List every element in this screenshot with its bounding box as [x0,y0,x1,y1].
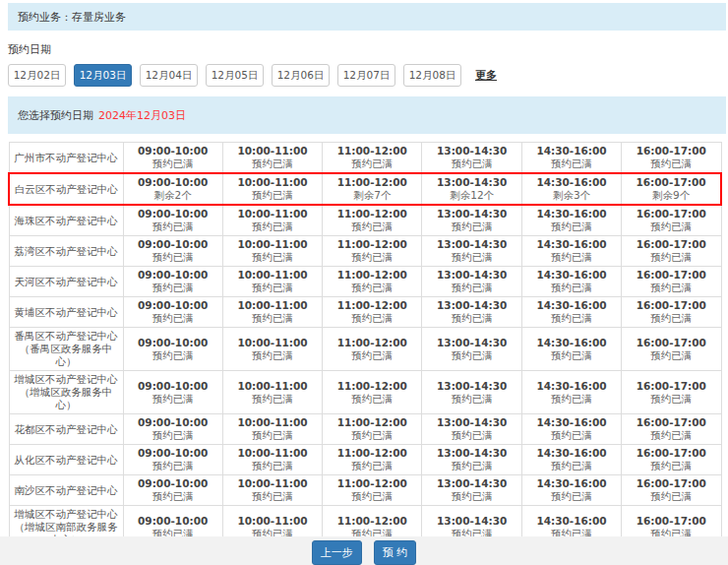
slot-cell-full: 09:00-10:00预约已满 [123,236,222,267]
slot-status-label: 预约已满 [326,460,418,472]
slot-cell-full: 11:00-12:00预约已满 [323,205,422,236]
slot-time-label: 13:00-14:30 [425,515,517,528]
slot-time-label: 16:00-17:00 [625,447,717,460]
slot-time-label: 14:30-16:00 [525,515,618,528]
slot-status-label: 预约已满 [425,429,517,442]
slot-cell-full: 16:00-17:00预约已满 [622,236,721,267]
slot-status-label: 预约已满 [326,490,418,503]
slot-time-label: 16:00-17:00 [625,380,717,393]
slot-status-label: 预约已满 [226,429,319,442]
slot-cell-full: 10:00-11:00预约已满 [222,267,322,297]
slot-time-label: 14:30-16:00 [525,208,618,220]
date-button-row: 12月02日12月03日12月04日12月05日12月06日12月07日12月0… [8,64,728,87]
slot-cell-available[interactable]: 13:00-14:30剩余12个 [422,173,521,205]
slot-cell-full: 13:00-14:30预约已满 [422,236,521,267]
slot-status-label: 预约已满 [326,312,418,325]
slot-cell-available[interactable]: 09:00-10:00剩余2个 [123,173,222,205]
slot-status-label: 预约已满 [226,393,319,406]
slot-cell-full: 11:00-12:00预约已满 [323,445,422,475]
slot-time-label: 10:00-11:00 [226,515,319,528]
slot-cell-full: 09:00-10:00预约已满 [123,371,222,414]
slot-time-label: 13:00-14:30 [425,447,517,460]
slot-time-label: 13:00-14:30 [425,477,517,490]
slot-status-label: 预约已满 [525,282,618,294]
slot-status-label: 预约已满 [525,312,618,325]
center-name-cell: 从化区不动产登记中心 [9,445,123,475]
book-button[interactable]: 预 约 [374,540,417,565]
slot-status-label: 剩余12个 [425,189,517,202]
slot-cell-full: 13:00-14:30预约已满 [422,267,521,297]
slot-time-label: 09:00-10:00 [127,447,219,460]
appointment-page: 预约业务：存量房业务 预约日期 12月02日12月03日12月04日12月05日… [0,3,728,565]
slot-time-label: 16:00-17:00 [625,269,717,282]
slot-time-label: 13:00-14:30 [425,145,517,157]
date-button-6[interactable]: 12月07日 [337,64,395,87]
date-button-2-selected[interactable]: 12月03日 [74,64,132,87]
slot-status-label: 预约已满 [525,349,618,362]
slot-cell-full: 16:00-17:00预约已满 [622,328,721,371]
prev-step-button[interactable]: 上一步 [312,540,362,565]
slot-status-label: 预约已满 [326,429,418,442]
date-button-1[interactable]: 12月02日 [8,64,66,87]
date-button-3[interactable]: 12月04日 [140,64,198,87]
slot-status-label: 剩余2个 [127,189,219,202]
slot-time-label: 11:00-12:00 [326,447,418,460]
center-name-cell: 花都区不动产登记中心 [9,414,123,445]
slot-cell-full: 16:00-17:00预约已满 [622,267,721,297]
center-name-cell: 广州市不动产登记中心 [9,143,123,174]
selection-prefix: 您选择预约日期 [18,108,93,123]
slot-status-label: 预约已满 [525,460,618,472]
slot-time-label: 09:00-10:00 [127,176,219,189]
date-button-5[interactable]: 12月06日 [272,64,330,87]
slot-cell-full: 14:30-16:00预约已满 [521,205,621,236]
slot-status-label: 预约已满 [625,393,717,406]
slot-status-label: 预约已满 [127,220,219,233]
slot-time-label: 11:00-12:00 [326,176,418,189]
more-dates-link[interactable]: 更多 [475,68,497,83]
slot-status-label: 预约已满 [127,282,219,294]
slot-time-label: 09:00-10:00 [127,416,219,429]
center-name-cell: 白云区不动产登记中心 [9,173,123,205]
slot-cell-full: 14:30-16:00预约已满 [521,143,621,174]
slot-cell-full: 10:00-11:00预约已满 [222,445,322,475]
footer-bar: 上一步 预 约 [0,536,728,565]
slot-cell-available[interactable]: 14:30-16:00剩余3个 [521,173,621,205]
slot-status-label: 预约已满 [525,220,618,233]
date-button-7[interactable]: 12月08日 [403,64,461,87]
slot-cell-full: 11:00-12:00预约已满 [323,297,422,328]
slot-cell-full: 09:00-10:00预约已满 [123,414,222,445]
slot-cell-available[interactable]: 11:00-12:00剩余7个 [323,173,422,205]
slot-cell-available[interactable]: 16:00-17:00剩余9个 [622,173,721,205]
slot-status-label: 预约已满 [127,251,219,264]
date-button-4[interactable]: 12月05日 [206,64,264,87]
slot-time-label: 16:00-17:00 [625,477,717,490]
slot-time-label: 10:00-11:00 [226,145,319,157]
slot-time-label: 09:00-10:00 [127,269,219,282]
slot-status-label: 预约已满 [326,282,418,294]
slot-status-label: 预约已满 [625,349,717,362]
slot-time-label: 16:00-17:00 [625,416,717,429]
slot-cell-full: 10:00-11:00预约已满 [222,205,322,236]
slot-status-label: 预约已满 [425,393,517,406]
slot-cell-full: 14:30-16:00预约已满 [521,475,621,506]
selected-date-text: 2024年12月03日 [98,108,186,123]
slot-status-label: 剩余3个 [525,189,618,202]
slot-cell-full: 09:00-10:00预约已满 [123,328,222,371]
slot-status-label: 预约已满 [127,312,219,325]
slot-time-label: 11:00-12:00 [326,208,418,220]
slot-time-label: 14:30-16:00 [525,380,618,393]
slot-status-label: 预约已满 [226,312,319,325]
slot-time-label: 11:00-12:00 [326,337,418,349]
slot-status-label: 预约已满 [525,251,618,264]
slot-cell-full: 16:00-17:00预约已满 [622,445,721,475]
slot-cell-full: 13:00-14:30预约已满 [422,143,521,174]
slot-time-label: 10:00-11:00 [226,176,319,189]
slot-time-label: 14:30-16:00 [525,416,618,429]
slot-cell-full: 09:00-10:00预约已满 [123,267,222,297]
slot-status-label: 预约已满 [525,490,618,503]
slot-time-label: 11:00-12:00 [326,416,418,429]
slot-status-label: 预约已满 [127,393,219,406]
slot-time-label: 16:00-17:00 [625,145,717,157]
slot-status-label: 预约已满 [525,157,618,170]
slot-cell-full: 14:30-16:00预约已满 [521,267,621,297]
